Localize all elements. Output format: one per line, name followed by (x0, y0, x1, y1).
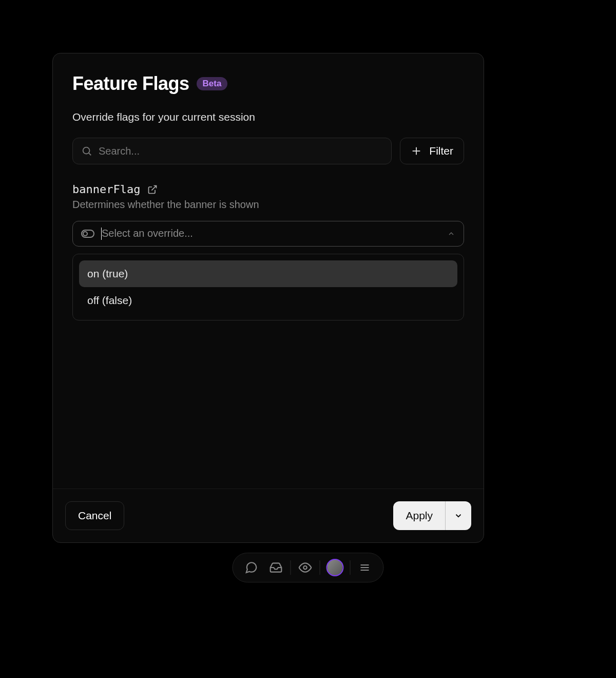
page-title: Feature Flags (72, 73, 189, 95)
override-dropdown: on (true) off (false) (72, 254, 464, 321)
plus-icon (411, 145, 422, 157)
chat-icon (245, 561, 258, 574)
override-combobox[interactable]: Select an override... (72, 221, 464, 247)
chevron-down-icon (454, 511, 463, 520)
search-icon (81, 145, 92, 157)
beta-badge: Beta (197, 77, 228, 90)
feature-flags-modal: Feature Flags Beta Override flags for yo… (52, 53, 484, 543)
menu-icon (359, 561, 371, 574)
svg-line-1 (89, 153, 91, 155)
search-input[interactable] (99, 145, 383, 157)
toolbar-inbox[interactable] (264, 557, 288, 578)
eye-icon (299, 561, 312, 574)
modal-body: Feature Flags Beta Override flags for yo… (53, 53, 484, 488)
toolbar-chat[interactable] (239, 557, 264, 578)
chevron-up-icon (447, 230, 455, 238)
filter-button[interactable]: Filter (400, 138, 464, 164)
option-off[interactable]: off (false) (79, 287, 457, 314)
bottom-toolbar (233, 553, 384, 582)
page-subtitle: Override flags for your current session (72, 111, 464, 123)
override-input[interactable]: Select an override... (101, 228, 441, 240)
title-row: Feature Flags Beta (72, 73, 464, 95)
external-link-icon[interactable] (147, 184, 158, 195)
flag-description: Determines whether the banner is shown (72, 199, 464, 211)
apply-button-group: Apply (393, 501, 471, 530)
toolbar-divider (350, 560, 351, 575)
svg-point-0 (83, 147, 90, 154)
svg-point-6 (83, 232, 87, 236)
option-on[interactable]: on (true) (79, 260, 457, 287)
modal-footer: Cancel Apply (53, 488, 484, 542)
toggle-icon (81, 230, 94, 238)
apply-button[interactable]: Apply (393, 501, 445, 530)
toolbar-divider (291, 560, 291, 575)
cancel-button[interactable]: Cancel (65, 501, 124, 530)
flag-name-row: bannerFlag (72, 183, 464, 196)
svg-line-4 (152, 185, 157, 190)
toolbar-divider (320, 560, 320, 575)
search-box[interactable] (72, 138, 392, 164)
apply-dropdown-button[interactable] (445, 501, 471, 530)
toolbar-visibility[interactable] (293, 557, 318, 578)
filter-label: Filter (429, 145, 453, 157)
flag-name: bannerFlag (72, 183, 140, 196)
inbox-icon (270, 561, 283, 574)
search-row: Filter (72, 138, 464, 164)
toolbar-menu[interactable] (353, 557, 377, 578)
avatar[interactable] (326, 559, 344, 576)
svg-point-7 (303, 566, 307, 570)
